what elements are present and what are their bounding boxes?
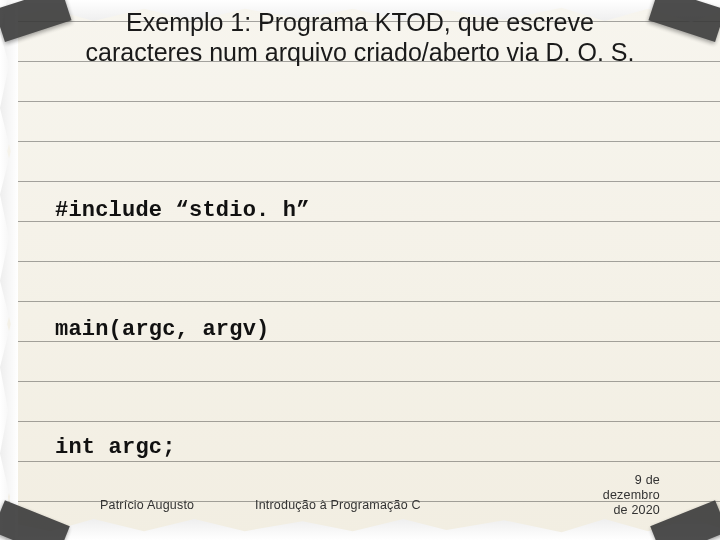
footer-course: Introdução à Programação C bbox=[255, 498, 421, 512]
code-block: #include “stdio. h” main(argc, argv) int… bbox=[55, 112, 690, 540]
title-line-1: Exemplo 1: Programa KTOD, que escreve bbox=[126, 8, 594, 36]
slide: Exemplo 1: Programa KTOD, que escreve ca… bbox=[0, 0, 720, 540]
footer-date-line1: 9 de bbox=[635, 473, 660, 487]
code-line: int argc; bbox=[55, 428, 690, 468]
footer-date: 9 de dezembro de 2020 bbox=[603, 473, 660, 518]
footer-date-line2: dezembro bbox=[603, 488, 660, 502]
title-line-2: caracteres num arquivo criado/aberto via… bbox=[86, 38, 635, 66]
footer-date-line3: de 2020 bbox=[613, 503, 660, 517]
footer-author: Patrício Augusto bbox=[100, 498, 194, 512]
code-line: main(argc, argv) bbox=[55, 310, 690, 350]
slide-title: Exemplo 1: Programa KTOD, que escreve ca… bbox=[40, 8, 680, 67]
code-line: #include “stdio. h” bbox=[55, 191, 690, 231]
